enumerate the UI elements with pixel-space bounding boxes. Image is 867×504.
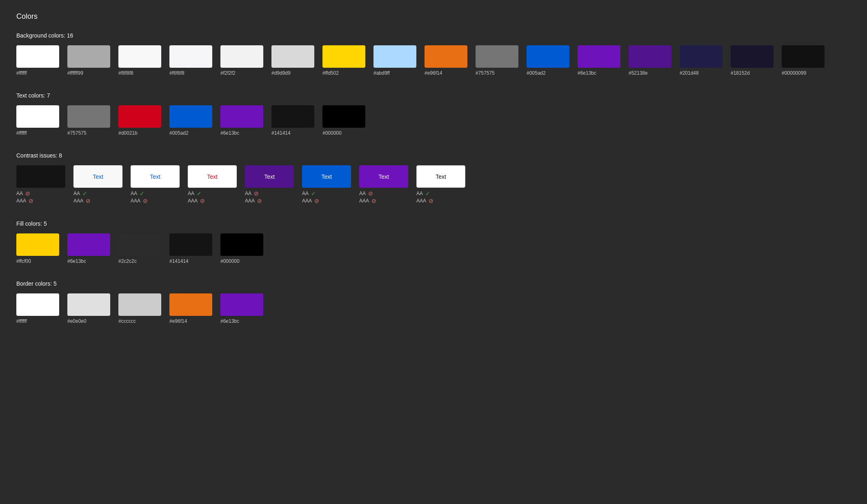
aaa-row: AAA ⊘ (188, 198, 205, 204)
color-hex-label: #757575 (67, 130, 87, 136)
color-hex-label: #141414 (271, 130, 291, 136)
color-hex-label: #f6f6f8 (169, 70, 185, 76)
contrast-item: Text AA ⊘ AAA ⊘ (359, 165, 408, 204)
aaa-fail-icon: ⊘ (429, 198, 434, 204)
color-swatch (169, 105, 212, 128)
aa-pass-icon: ✓ (140, 190, 144, 197)
aaa-label: AAA (302, 198, 312, 204)
color-swatch (731, 45, 774, 68)
contrast-swatch: Text (73, 165, 122, 188)
color-swatch (271, 45, 314, 68)
aa-row: AA ✓ (302, 190, 319, 197)
color-hex-label: #757575 (476, 70, 495, 76)
color-swatch (578, 45, 620, 68)
color-item: #2c2c2c (118, 233, 161, 264)
color-hex-label: #d0021b (118, 130, 138, 136)
aa-row: AA ✓ (73, 190, 91, 197)
color-item: #00000099 (782, 45, 825, 76)
contrast-item: Text AA ✓ AAA ⊘ (73, 165, 122, 204)
aaa-row: AAA ⊘ (131, 198, 148, 204)
color-item: #ffffff (16, 105, 59, 136)
color-item: #141414 (271, 105, 314, 136)
color-swatch (322, 105, 365, 128)
aaa-row: AAA ⊘ (245, 198, 262, 204)
aa-row: AA ✓ (416, 190, 434, 197)
color-item: #000000 (322, 105, 365, 136)
color-swatch (118, 293, 161, 316)
fill-colors-section: Fill colors: 5 #ffcf00 #6e13bc #2c2c2c #… (16, 220, 851, 264)
color-item: #18152d (731, 45, 774, 76)
color-swatch (220, 45, 263, 68)
contrast-checks: AA ✓ AAA ⊘ (188, 190, 205, 204)
color-item: #cccccc (118, 293, 161, 324)
color-hex-label: #52138e (629, 70, 648, 76)
contrast-item: Text AA ✓ AAA ⊘ (416, 165, 465, 204)
fill-colors-grid: #ffcf00 #6e13bc #2c2c2c #141414 #000000 (16, 233, 851, 264)
contrast-item: Text AA ✓ AAA ⊘ (131, 165, 180, 204)
contrast-issues-grid: AA ⊘ AAA ⊘ Text AA ✓ AAA ⊘ (16, 165, 851, 204)
color-hex-label: #f2f2f2 (220, 70, 236, 76)
color-item: #d0021b (118, 105, 161, 136)
color-item: #ffffff (16, 293, 59, 324)
text-colors-grid: #ffffff #757575 #d0021b #005ad2 #6e13bc … (16, 105, 851, 136)
color-item: #6e13bc (578, 45, 620, 76)
aa-label: AA (73, 191, 80, 196)
color-item: #52138e (629, 45, 671, 76)
color-swatch (629, 45, 671, 68)
aa-pass-icon: ✓ (311, 190, 316, 197)
aa-row: AA ⊘ (245, 190, 262, 197)
aaa-row: AAA ⊘ (16, 198, 33, 204)
color-swatch (220, 105, 263, 128)
color-hex-label: #ffffff (16, 70, 27, 76)
aa-label: AA (131, 191, 137, 196)
color-hex-label: #6e13bc (67, 258, 86, 264)
aa-label: AA (188, 191, 194, 196)
color-item: #ffffff (16, 45, 59, 76)
aaa-row: AAA ⊘ (416, 198, 434, 204)
aa-label: AA (16, 191, 23, 196)
contrast-item: Text AA ✓ AAA ⊘ (188, 165, 237, 204)
contrast-checks: AA ✓ AAA ⊘ (73, 190, 91, 204)
aa-pass-icon: ✓ (82, 190, 87, 197)
text-colors-label: Text colors: 7 (16, 92, 851, 99)
aaa-label: AAA (416, 198, 426, 204)
background-colors-grid: #ffffff #ffffff99 #f8f8f8 #f6f6f8 #f2f2f… (16, 45, 851, 76)
contrast-swatch: Text (302, 165, 351, 188)
color-item: #6e13bc (220, 293, 263, 324)
fill-colors-label: Fill colors: 5 (16, 220, 851, 227)
color-swatch (16, 45, 59, 68)
color-item: #e96f14 (169, 293, 212, 324)
color-hex-label: #d9d9d9 (271, 70, 291, 76)
color-swatch (16, 293, 59, 316)
color-item: #005ad2 (169, 105, 212, 136)
aaa-fail-icon: ⊘ (29, 198, 33, 204)
color-hex-label: #cccccc (118, 318, 136, 324)
contrast-item: AA ⊘ AAA ⊘ (16, 165, 65, 204)
text-colors-section: Text colors: 7 #ffffff #757575 #d0021b #… (16, 92, 851, 136)
color-swatch (118, 105, 161, 128)
aa-row: AA ✓ (188, 190, 205, 197)
color-hex-label: #6e13bc (220, 130, 239, 136)
color-swatch (16, 233, 59, 256)
aaa-fail-icon: ⊘ (86, 198, 91, 204)
aa-row: AA ⊘ (359, 190, 376, 197)
color-item: #d9d9d9 (271, 45, 314, 76)
aaa-fail-icon: ⊘ (143, 198, 148, 204)
border-colors-section: Border colors: 5 #ffffff #e0e0e0 #cccccc… (16, 280, 851, 324)
page-title: Colors (16, 12, 851, 21)
color-swatch (220, 233, 263, 256)
border-colors-label: Border colors: 5 (16, 280, 851, 287)
aa-fail-icon: ⊘ (25, 190, 30, 197)
aaa-row: AAA ⊘ (73, 198, 91, 204)
aa-label: AA (245, 191, 251, 196)
border-colors-grid: #ffffff #e0e0e0 #cccccc #e96f14 #6e13bc (16, 293, 851, 324)
contrast-checks: AA ⊘ AAA ⊘ (245, 190, 262, 204)
color-swatch (527, 45, 569, 68)
color-swatch (782, 45, 825, 68)
aa-fail-icon: ⊘ (254, 190, 259, 197)
aaa-row: AAA ⊘ (359, 198, 376, 204)
color-hex-label: #005ad2 (169, 130, 189, 136)
color-hex-label: #141414 (169, 258, 189, 264)
color-hex-label: #ffd502 (322, 70, 339, 76)
contrast-swatch: Text (359, 165, 408, 188)
